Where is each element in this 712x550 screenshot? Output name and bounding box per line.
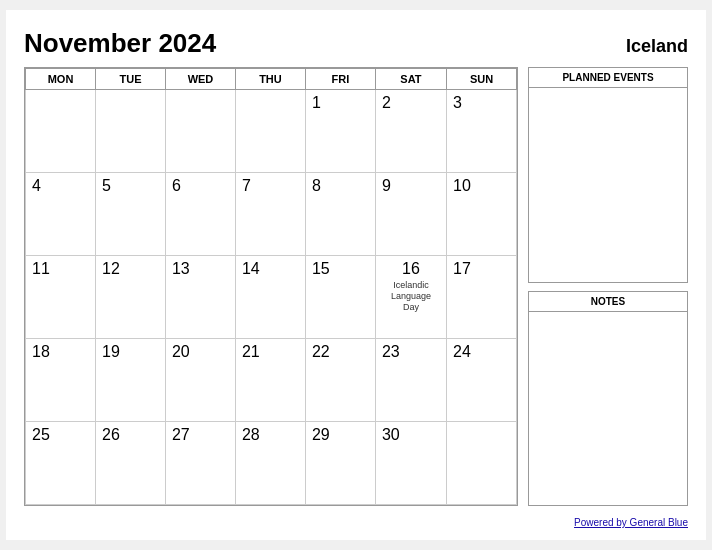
planned-events-content — [529, 88, 687, 282]
col-sun: SUN — [446, 69, 516, 90]
table-cell: 5 — [95, 173, 165, 256]
table-cell — [446, 422, 516, 505]
table-cell — [26, 90, 96, 173]
col-tue: TUE — [95, 69, 165, 90]
table-cell: 14 — [235, 256, 305, 339]
page: November 2024 Iceland MON TUE WED THU FR… — [6, 10, 706, 540]
table-cell: 20 — [165, 339, 235, 422]
event-icelandic-language-day: IcelandicLanguage Day — [382, 280, 440, 312]
table-cell: 11 — [26, 256, 96, 339]
col-mon: MON — [26, 69, 96, 90]
table-cell: 12 — [95, 256, 165, 339]
table-cell — [235, 90, 305, 173]
table-cell: 8 — [305, 173, 375, 256]
table-cell: 24 — [446, 339, 516, 422]
notes-header: NOTES — [529, 292, 687, 312]
table-cell: 2 — [375, 90, 446, 173]
table-cell: 17 — [446, 256, 516, 339]
planned-events-header: PLANNED EVENTS — [529, 68, 687, 88]
table-cell: 3 — [446, 90, 516, 173]
table-cell: 28 — [235, 422, 305, 505]
table-row: 11 12 13 14 15 16 IcelandicLanguage Day … — [26, 256, 517, 339]
table-cell: 21 — [235, 339, 305, 422]
table-cell: 13 — [165, 256, 235, 339]
powered-by-link[interactable]: Powered by General Blue — [574, 517, 688, 528]
header: November 2024 Iceland — [24, 28, 688, 59]
table-cell: 27 — [165, 422, 235, 505]
notes-box: NOTES — [528, 291, 688, 507]
table-cell: 23 — [375, 339, 446, 422]
planned-events-box: PLANNED EVENTS — [528, 67, 688, 283]
table-cell: 19 — [95, 339, 165, 422]
table-row: 25 26 27 28 29 30 — [26, 422, 517, 505]
footer: Powered by General Blue — [24, 512, 688, 530]
table-cell: 25 — [26, 422, 96, 505]
page-title: November 2024 — [24, 28, 216, 59]
table-row: 1 2 3 — [26, 90, 517, 173]
sidebar: PLANNED EVENTS NOTES — [528, 67, 688, 506]
table-cell: 7 — [235, 173, 305, 256]
col-sat: SAT — [375, 69, 446, 90]
table-cell: 22 — [305, 339, 375, 422]
table-cell — [165, 90, 235, 173]
notes-content — [529, 312, 687, 506]
table-cell: 15 — [305, 256, 375, 339]
table-cell: 26 — [95, 422, 165, 505]
table-cell: 9 — [375, 173, 446, 256]
main-content: MON TUE WED THU FRI SAT SUN — [24, 67, 688, 506]
table-cell: 29 — [305, 422, 375, 505]
calendar-grid: MON TUE WED THU FRI SAT SUN — [25, 68, 517, 505]
country-label: Iceland — [626, 36, 688, 57]
table-row: 18 19 20 21 22 23 24 — [26, 339, 517, 422]
table-cell-16: 16 IcelandicLanguage Day — [375, 256, 446, 339]
table-cell: 6 — [165, 173, 235, 256]
col-fri: FRI — [305, 69, 375, 90]
table-cell: 30 — [375, 422, 446, 505]
table-cell: 10 — [446, 173, 516, 256]
col-thu: THU — [235, 69, 305, 90]
calendar-section: MON TUE WED THU FRI SAT SUN — [24, 67, 518, 506]
table-cell: 4 — [26, 173, 96, 256]
col-wed: WED — [165, 69, 235, 90]
table-cell: 18 — [26, 339, 96, 422]
table-cell: 1 — [305, 90, 375, 173]
table-cell — [95, 90, 165, 173]
table-row: 4 5 6 7 8 9 10 — [26, 173, 517, 256]
